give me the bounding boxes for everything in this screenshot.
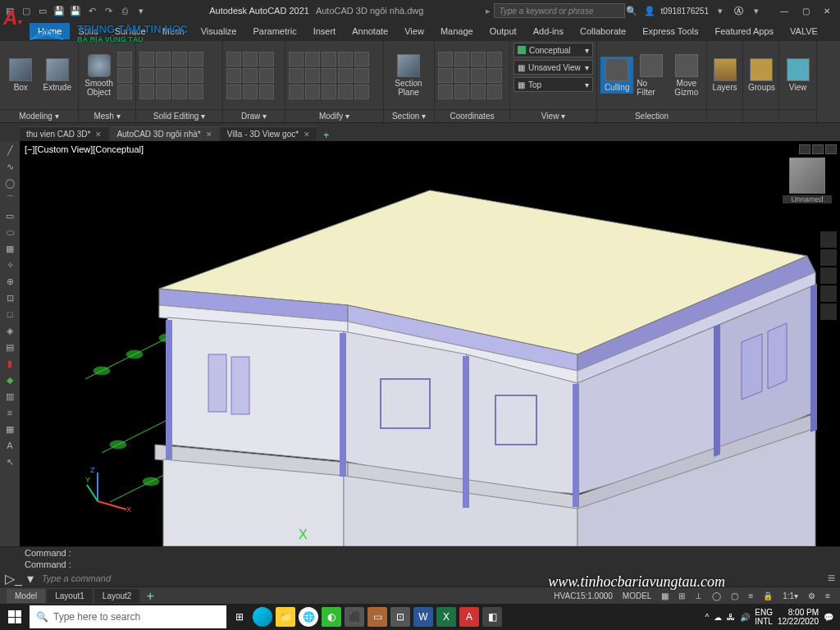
tool-icon[interactable] [471, 84, 486, 99]
grid-toggle-icon[interactable]: ▦ [658, 591, 672, 600]
tool-icon[interactable]: ✧ [2, 258, 18, 272]
onedrive-icon[interactable]: ☁ [714, 613, 722, 622]
line-icon[interactable] [226, 52, 241, 66]
chrome-icon[interactable]: 🌐 [299, 607, 318, 627]
layout-tab-layout2[interactable]: Layout2 [94, 589, 140, 603]
move-icon[interactable] [289, 52, 304, 66]
tool-icon[interactable]: ▮ [2, 356, 18, 371]
save-icon[interactable]: 💾 [52, 4, 66, 17]
tool-icon[interactable] [438, 84, 453, 99]
tool-icon[interactable] [259, 84, 274, 99]
settings-icon[interactable]: ⚙ [805, 591, 819, 600]
add-layout-button[interactable]: + [141, 589, 158, 604]
tool-icon[interactable] [189, 68, 203, 83]
tool-icon[interactable] [354, 52, 369, 66]
layout-tab-layout1[interactable]: Layout1 [47, 589, 93, 603]
tool-icon[interactable] [454, 68, 469, 83]
tab-close-icon[interactable]: ✕ [304, 130, 310, 139]
tool-icon[interactable] [172, 68, 187, 83]
panel-solid-editing[interactable]: Solid Editing ▾ [136, 109, 222, 122]
ortho-toggle-icon[interactable]: ⊥ [692, 591, 705, 600]
visual-style-dropdown[interactable]: Conceptual▾ [514, 43, 593, 57]
mesh-icon[interactable] [117, 84, 132, 99]
extrude-button[interactable]: Extrude [40, 57, 75, 94]
tool-icon[interactable] [243, 52, 258, 66]
app-icon[interactable]: ⊡ [390, 607, 410, 627]
app-icon[interactable]: ◐ [322, 607, 341, 627]
maximize-button[interactable]: ▢ [796, 3, 815, 18]
mesh-icon[interactable] [117, 68, 132, 83]
tool-icon[interactable] [338, 68, 353, 83]
clock[interactable]: 8:00 PM12/22/2020 [778, 608, 819, 626]
orientation-dropdown[interactable]: ▦Top▾ [514, 77, 593, 92]
lineweight-toggle-icon[interactable]: ≡ [745, 591, 756, 600]
tool-icon[interactable] [454, 52, 469, 66]
tool-icon[interactable] [322, 84, 336, 99]
panel-selection[interactable]: Selection [597, 109, 706, 122]
tab-close-icon[interactable]: ✕ [206, 130, 212, 139]
anno-toggle-icon[interactable]: 🔒 [760, 591, 776, 600]
drawing-viewport[interactable]: [−][Custom View][Conceptual] Unnamed [20, 141, 840, 546]
ribbon-tab-output[interactable]: Output [482, 23, 525, 39]
app-icon[interactable]: ⬛ [345, 607, 364, 627]
help-search[interactable]: Type a keyword or phrase [494, 3, 625, 18]
ucs-icon[interactable] [438, 52, 453, 66]
nofilter-button[interactable]: No Filter [635, 52, 668, 98]
tool-icon[interactable] [354, 68, 369, 83]
autocad-logo[interactable]: A▾ [3, 7, 28, 39]
tab-close-icon[interactable]: ✕ [95, 130, 102, 139]
groups-button[interactable]: Groups [746, 57, 777, 94]
close-button[interactable]: ✕ [817, 3, 837, 18]
qat-more-icon[interactable]: ▾ [135, 4, 148, 17]
document-tab[interactable]: Villa - 3D View goc*✕ [221, 126, 317, 141]
model-status[interactable]: MODEL [619, 591, 655, 600]
search-icon[interactable]: 🔍 [625, 4, 638, 17]
ribbon-tab-featured-apps[interactable]: Featured Apps [707, 23, 783, 39]
ribbon-tab-visualize[interactable]: Visualize [193, 23, 245, 39]
table-tool-icon[interactable]: ▦ [2, 422, 18, 436]
excel-icon[interactable]: X [436, 607, 456, 627]
tool-icon[interactable] [338, 84, 353, 99]
tool-icon[interactable] [243, 68, 258, 83]
tool-icon[interactable] [243, 84, 258, 99]
word-icon[interactable]: W [413, 607, 433, 627]
tool-icon[interactable] [189, 52, 203, 66]
layout-tab-model[interactable]: Model [7, 589, 45, 603]
mesh-icon[interactable] [117, 52, 132, 66]
snap-toggle-icon[interactable]: ⊞ [675, 591, 688, 600]
language-indicator[interactable]: ENGINTL [755, 608, 773, 626]
polyline-tool-icon[interactable]: ∿ [2, 159, 18, 174]
volume-icon[interactable]: 🔊 [740, 613, 750, 622]
new-tab-button[interactable]: + [318, 130, 334, 141]
section-plane-button[interactable]: Section Plane [387, 52, 430, 98]
smooth-object-button[interactable]: Smooth Object [82, 52, 116, 98]
circle-icon[interactable] [226, 68, 241, 83]
app-icon[interactable]: ◧ [482, 607, 502, 627]
undo-icon[interactable]: ↶ [85, 4, 98, 17]
osnap-toggle-icon[interactable]: ▢ [728, 591, 742, 600]
circle-tool-icon[interactable]: ◯ [2, 176, 18, 190]
taskbar-search[interactable]: 🔍Type here to search [30, 605, 226, 628]
panel-modify[interactable]: Modify ▾ [285, 109, 383, 122]
tool-icon[interactable] [487, 68, 502, 83]
tool-icon[interactable]: □ [2, 307, 18, 322]
tool-icon[interactable] [322, 52, 336, 66]
autodesk-icon[interactable]: Ⓐ [732, 4, 745, 17]
rect-tool-icon[interactable]: ▭ [2, 208, 18, 223]
tool-icon[interactable] [487, 52, 502, 66]
arc-tool-icon[interactable]: ⌒ [2, 192, 18, 207]
explorer-icon[interactable]: 📁 [276, 607, 295, 627]
cursor-icon[interactable]: ↖ [2, 454, 18, 469]
tool-icon[interactable] [156, 68, 171, 83]
tool-icon[interactable] [189, 84, 203, 99]
panel-modeling[interactable]: Modeling ▾ [0, 109, 78, 122]
tool-icon[interactable] [487, 84, 502, 99]
saved-view-dropdown[interactable]: ▦Unsaved View▾ [514, 60, 593, 75]
ucs-triad[interactable]: Z Y X [85, 464, 135, 514]
ellipse-tool-icon[interactable]: ⬭ [2, 225, 18, 240]
gizmo-button[interactable]: Move Gizmo [670, 52, 703, 98]
panel-coordinates[interactable]: Coordinates [435, 109, 509, 122]
help-icon[interactable]: ▾ [750, 4, 763, 17]
ribbon-tab-annotate[interactable]: Annotate [344, 23, 396, 39]
scale-icon[interactable]: 1:1▾ [779, 591, 801, 600]
